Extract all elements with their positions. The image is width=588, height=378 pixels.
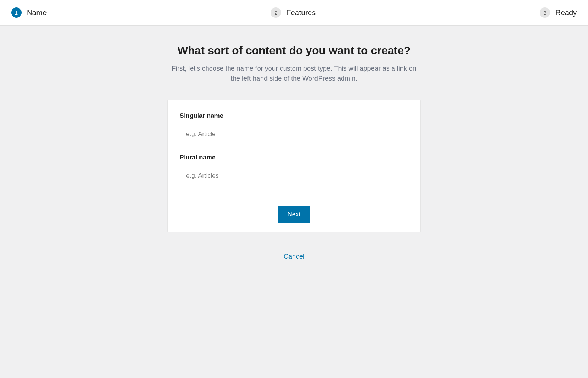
stepper: 1 Name 2 Features 3 Ready <box>0 0 588 26</box>
page-title: What sort of content do you want to crea… <box>167 44 421 57</box>
form-card: Singular name Plural name Next <box>167 100 421 232</box>
field-group-plural: Plural name <box>180 154 408 185</box>
next-button[interactable]: Next <box>278 206 310 223</box>
plural-input[interactable] <box>180 167 408 185</box>
step-name[interactable]: 1 Name <box>11 7 47 18</box>
main-content: What sort of content do you want to crea… <box>160 26 428 275</box>
step-label-ready: Ready <box>555 9 577 17</box>
singular-input[interactable] <box>180 125 408 143</box>
form-footer: Next <box>168 197 420 232</box>
singular-label: Singular name <box>180 112 408 120</box>
cancel-wrap: Cancel <box>167 253 421 261</box>
cancel-link[interactable]: Cancel <box>284 253 304 261</box>
step-badge-2: 2 <box>271 7 281 18</box>
step-badge-3: 3 <box>540 7 550 18</box>
step-ready[interactable]: 3 Ready <box>540 7 577 18</box>
step-connector <box>54 13 263 13</box>
step-badge-1: 1 <box>11 7 22 18</box>
field-group-singular: Singular name <box>180 112 408 143</box>
step-label-name: Name <box>27 9 47 17</box>
step-label-features: Features <box>286 9 316 17</box>
page-subtitle: First, let's choose the name for your cu… <box>171 64 417 84</box>
plural-label: Plural name <box>180 154 408 161</box>
step-connector <box>323 13 532 13</box>
step-features[interactable]: 2 Features <box>271 7 316 18</box>
form-body: Singular name Plural name <box>168 100 420 197</box>
